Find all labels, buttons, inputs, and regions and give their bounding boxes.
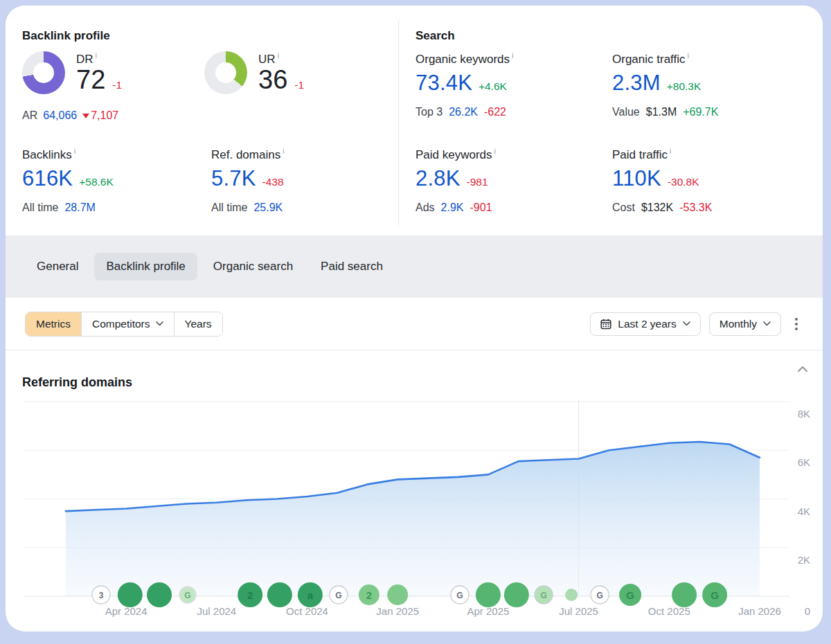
backlinks-sub-value[interactable]: 28.7M	[64, 202, 95, 214]
svg-text:G: G	[596, 591, 602, 600]
cost-amount: $132K	[641, 202, 673, 214]
chevron-down-icon	[763, 321, 771, 326]
cost-label: Cost	[612, 202, 635, 214]
dr-gauge[interactable]	[22, 51, 65, 94]
granularity-button[interactable]: Monthly	[709, 312, 781, 336]
ref-domains-value[interactable]: 5.7K	[211, 166, 256, 191]
ref-domains-metric: Ref. domainsi 5.7K -438 All time 25.9K	[211, 147, 285, 214]
svg-text:3: 3	[99, 591, 104, 600]
ref-domains-label: Ref. domainsi	[211, 147, 285, 162]
stats-vertical-divider	[398, 21, 399, 226]
tab-organic-search[interactable]: Organic search	[202, 253, 305, 280]
google-update-badge[interactable]	[118, 582, 143, 607]
date-range-button[interactable]: Last 2 years	[590, 312, 700, 336]
competitors-button[interactable]: Competitors	[81, 312, 174, 336]
paid-traffic-value[interactable]: 110K	[612, 166, 661, 191]
toolbar-right-tools: Last 2 years Monthly	[590, 312, 803, 336]
tab-backlink-profile[interactable]: Backlink profile	[94, 253, 197, 280]
svg-text:0: 0	[805, 605, 810, 617]
google-update-badge[interactable]	[672, 582, 697, 607]
paid-traffic-delta[interactable]: -30.8K	[668, 176, 699, 188]
ar-row: AR 64,066 7,107	[22, 109, 118, 122]
google-update-badge[interactable]	[147, 582, 172, 607]
paid-traffic-metric: Paid traffici 110K -30.8K Cost $132K -53…	[612, 147, 712, 214]
paid-keywords-delta[interactable]: -981	[467, 176, 488, 188]
value-amount: $1.3M	[646, 106, 677, 118]
metrics-button[interactable]: Metrics	[26, 312, 81, 336]
dr-delta: -1	[112, 79, 122, 91]
info-icon[interactable]: i	[670, 147, 671, 155]
svg-text:Oct 2024: Oct 2024	[286, 605, 328, 617]
toolbar-chart-divider	[6, 350, 823, 350]
view-segmented-control: Metrics Competitors Years	[25, 312, 223, 337]
ur-metric: URi 36 -1	[204, 51, 304, 94]
google-update-badge[interactable]	[267, 582, 292, 607]
tab-paid-search[interactable]: Paid search	[309, 253, 395, 280]
info-icon[interactable]: i	[278, 51, 279, 60]
svg-text:Jul 2025: Jul 2025	[559, 605, 598, 617]
cost-delta: -53.3K	[679, 202, 712, 214]
search-title: Search	[416, 29, 455, 43]
svg-text:2: 2	[247, 589, 253, 601]
top3-value[interactable]: 26.2K	[449, 106, 478, 118]
dr-metric: DRi 72 -1	[22, 51, 122, 94]
chevron-down-icon	[683, 321, 690, 326]
years-button[interactable]: Years	[174, 312, 222, 336]
collapse-chevron-up-icon[interactable]	[798, 366, 807, 372]
info-icon[interactable]: i	[96, 51, 97, 60]
ur-label: URi	[258, 51, 304, 66]
svg-text:G: G	[540, 591, 546, 600]
backlinks-value[interactable]: 616K	[22, 166, 73, 191]
calendar-icon	[600, 319, 611, 330]
chevron-down-icon	[156, 321, 163, 326]
top3-label: Top 3	[416, 106, 443, 118]
svg-text:8K: 8K	[798, 408, 810, 420]
svg-text:Apr 2024: Apr 2024	[105, 605, 148, 617]
google-update-badge[interactable]	[476, 582, 501, 607]
tab-general[interactable]: General	[25, 253, 90, 280]
info-icon[interactable]: i	[512, 51, 513, 60]
more-options-kebab-icon[interactable]	[789, 315, 803, 333]
chart-toolbar: Metrics Competitors Years Last 2 years M…	[6, 298, 823, 350]
ref-domains-sub-label: All time	[211, 202, 247, 214]
paid-keywords-metric: Paid keywordsi 2.8K -981 Ads 2.9K -901	[416, 147, 496, 214]
organic-keywords-label: Organic keywordsi	[416, 51, 514, 66]
ar-value[interactable]: 64,066	[43, 109, 77, 122]
svg-text:6K: 6K	[798, 456, 810, 468]
svg-text:2: 2	[366, 589, 372, 601]
paid-keywords-value[interactable]: 2.8K	[416, 166, 461, 191]
ads-label: Ads	[416, 202, 435, 214]
backlinks-metric: Backlinksi 616K +58.6K All time 28.7M	[22, 147, 114, 214]
svg-text:Jan 2025: Jan 2025	[376, 605, 419, 617]
organic-traffic-metric: Organic traffici 2.3M +80.3K Value $1.3M…	[612, 51, 718, 118]
ads-value[interactable]: 2.9K	[441, 202, 464, 214]
ur-value[interactable]: 36	[258, 66, 287, 94]
backlinks-label: Backlinksi	[22, 147, 114, 162]
ref-domains-delta[interactable]: -438	[262, 176, 284, 188]
organic-traffic-value[interactable]: 2.3M	[612, 71, 661, 96]
overview-card: Backlink profile DRi 72 -1 URi 36 -1	[6, 6, 823, 632]
info-icon[interactable]: i	[688, 51, 689, 60]
info-icon[interactable]: i	[74, 147, 75, 155]
ur-gauge[interactable]	[204, 51, 247, 94]
organic-keywords-delta[interactable]: +4.6K	[479, 80, 507, 93]
ar-label: AR	[22, 109, 37, 122]
ref-domains-sub-value[interactable]: 25.9K	[253, 202, 283, 214]
backlink-profile-title: Backlink profile	[22, 29, 110, 43]
svg-text:G: G	[184, 591, 190, 600]
dr-value[interactable]: 72	[76, 66, 105, 94]
referring-domains-chart[interactable]: 8K6K4K2K Apr 2024Jul 2024Oct 2024Jan 202…	[6, 391, 823, 627]
info-icon[interactable]: i	[283, 147, 284, 155]
down-arrow-icon	[82, 114, 89, 118]
organic-traffic-delta[interactable]: +80.3K	[667, 80, 702, 93]
google-update-badge[interactable]	[565, 589, 578, 601]
chart-title: Referring domains	[22, 375, 132, 390]
google-update-badge[interactable]	[387, 584, 408, 605]
info-icon[interactable]: i	[494, 147, 496, 155]
organic-keywords-value[interactable]: 73.4K	[416, 71, 472, 96]
google-update-badge[interactable]	[504, 582, 529, 607]
svg-text:G: G	[456, 591, 463, 600]
ur-delta: -1	[294, 79, 304, 91]
organic-traffic-label: Organic traffici	[612, 51, 718, 66]
backlinks-delta[interactable]: +58.6K	[79, 176, 114, 188]
